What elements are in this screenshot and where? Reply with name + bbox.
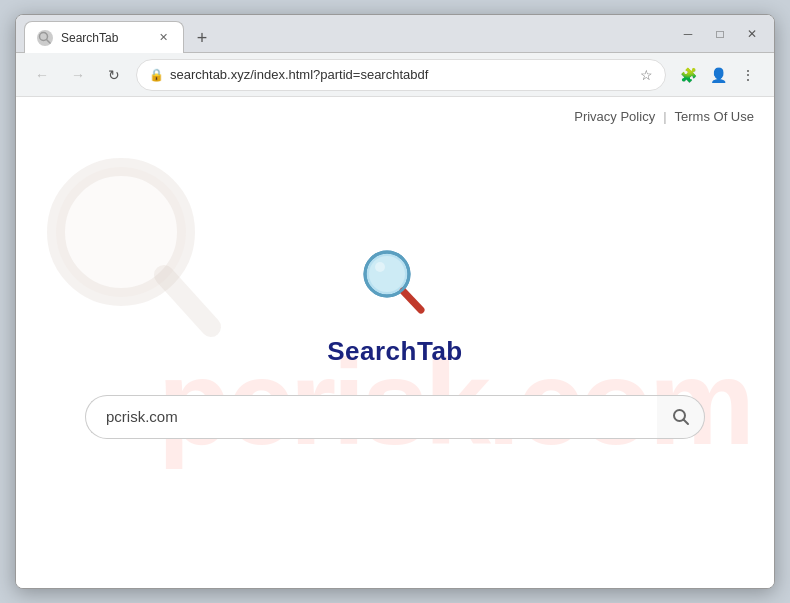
tab-area: SearchTab ✕ + xyxy=(24,15,666,52)
lock-icon: 🔒 xyxy=(149,68,164,82)
svg-point-5 xyxy=(369,256,405,292)
logo-icon-wrap xyxy=(355,244,435,328)
svg-line-1 xyxy=(47,39,51,43)
logo-magnifier-svg xyxy=(355,244,435,324)
close-button[interactable]: ✕ xyxy=(738,20,766,48)
active-tab[interactable]: SearchTab ✕ xyxy=(24,21,184,53)
extensions-button[interactable]: 🧩 xyxy=(674,61,702,89)
reload-button[interactable]: ↻ xyxy=(100,61,128,89)
nav-bar: ← → ↻ 🔒 searchtab.xyz/index.html?partid=… xyxy=(16,53,774,97)
bookmark-icon[interactable]: ☆ xyxy=(640,67,653,83)
tab-title-text: SearchTab xyxy=(61,31,147,45)
menu-button[interactable]: ⋮ xyxy=(734,61,762,89)
back-button[interactable]: ← xyxy=(28,61,56,89)
main-center: SearchTab xyxy=(16,97,774,588)
nav-right-buttons: 🧩 👤 ⋮ xyxy=(674,61,762,89)
new-tab-button[interactable]: + xyxy=(188,24,216,52)
tab-close-button[interactable]: ✕ xyxy=(155,30,171,46)
search-icon xyxy=(672,408,690,426)
address-bar[interactable]: 🔒 searchtab.xyz/index.html?partid=search… xyxy=(136,59,666,91)
svg-point-7 xyxy=(375,262,385,272)
site-name: SearchTab xyxy=(327,336,463,367)
title-bar: SearchTab ✕ + ─ □ ✕ xyxy=(16,15,774,53)
browser-window: SearchTab ✕ + ─ □ ✕ ← → ↻ 🔒 searchtab.xy… xyxy=(15,14,775,589)
search-button[interactable] xyxy=(657,395,705,439)
svg-line-6 xyxy=(403,291,421,310)
url-text: searchtab.xyz/index.html?partid=searchta… xyxy=(170,67,634,82)
forward-button[interactable]: → xyxy=(64,61,92,89)
site-name-text: SearchTab xyxy=(327,336,463,366)
window-controls: ─ □ ✕ xyxy=(666,20,766,48)
search-bar-wrap xyxy=(85,395,705,439)
minimize-button[interactable]: ─ xyxy=(674,20,702,48)
profile-button[interactable]: 👤 xyxy=(704,61,732,89)
page-content: Privacy Policy | Terms Of Use pcrisk.com xyxy=(16,97,774,588)
svg-line-10 xyxy=(683,419,688,424)
search-input[interactable] xyxy=(85,395,657,439)
restore-button[interactable]: □ xyxy=(706,20,734,48)
tab-favicon xyxy=(37,30,53,46)
